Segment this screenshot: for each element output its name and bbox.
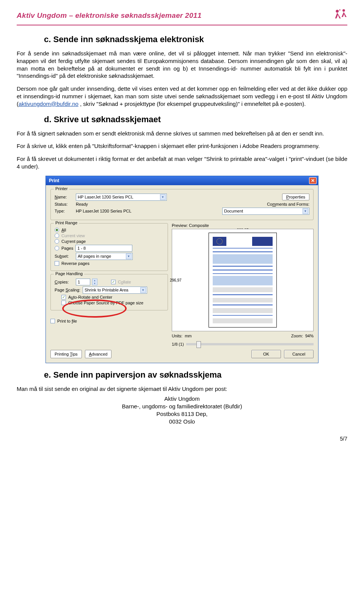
units-label: Units:: [172, 334, 182, 338]
section-e-p1: Man må til sist sende en original av det…: [17, 385, 347, 393]
comments-label: Comments and Forms:: [267, 202, 309, 206]
subset-combo[interactable]: All pages in range ▾: [76, 253, 133, 260]
check-autorotate[interactable]: [61, 295, 66, 299]
type-label: Type:: [55, 209, 74, 213]
check-print-to-file[interactable]: [50, 319, 55, 323]
eu-flag-icon: [213, 237, 226, 246]
preview-panel: 296,97: [172, 229, 314, 331]
page-slider[interactable]: [186, 343, 314, 345]
chevron-down-icon: ▾: [160, 194, 166, 200]
svg-point-0: [336, 10, 339, 13]
addr-line-4: 0032 Oslo: [17, 418, 347, 425]
page-indicator: 1/8 (1): [172, 342, 184, 346]
scaling-label: Page Scaling:: [55, 288, 80, 292]
handling-group-label: Page Handling: [54, 271, 84, 276]
printer-group-label: Printer: [54, 186, 69, 191]
radio-current-view: [55, 233, 59, 238]
radio-current-page[interactable]: [55, 239, 59, 244]
units-value: mm: [185, 334, 191, 338]
print-dialog: Print ✕ Printer Name: HP LaserJet 1200 S…: [46, 176, 318, 363]
printer-group: Printer Name: HP LaserJet 1200 Series PC…: [50, 189, 314, 220]
annotation-ring: [62, 299, 127, 318]
section-c-heading: c. Sende inn søknadsskjema elektronisk: [44, 35, 347, 44]
check-reverse[interactable]: [55, 261, 59, 266]
ok-button[interactable]: OK: [251, 350, 281, 358]
addr-line-2: Barne-, ungdoms- og familiedirektoratet …: [17, 403, 347, 410]
dim-height: 296,97: [170, 278, 182, 282]
email-link[interactable]: aktivungdom@bufdir.no: [19, 101, 78, 107]
copies-label: Copies:: [55, 280, 74, 284]
check-collate: [111, 280, 116, 284]
page-number: 5/7: [17, 436, 347, 442]
print-to-file-label: Print to file: [57, 319, 77, 323]
copies-spinner[interactable]: ▴▾: [92, 279, 97, 285]
opt-all: All: [61, 228, 66, 232]
autorotate-label: Auto-Rotate and Center: [68, 295, 112, 299]
addr-line-3: Postboks 8113 Dep,: [17, 410, 347, 418]
dialog-title: Print: [49, 178, 59, 183]
section-c-p2: Dersom noe går galt under innsending, de…: [17, 85, 347, 107]
advanced-button[interactable]: Advanced: [85, 350, 112, 358]
opt-current-view: Current view: [61, 233, 85, 238]
chevron-down-icon: ▾: [126, 254, 132, 259]
reverse-label: Reverse pages: [61, 261, 89, 266]
cancel-button[interactable]: Cancel: [284, 350, 314, 358]
section-d-p3: For å få skrevet ut dokumentet i riktig …: [17, 155, 347, 170]
logo-icon: [333, 8, 347, 23]
properties-button[interactable]: Properties: [282, 194, 309, 200]
printer-name-combo[interactable]: HP LaserJet 1200 Series PCL ▾: [76, 194, 167, 201]
print-range-group: Print Range All Current view Current pag…: [50, 223, 168, 271]
section-c-p2-post: , skriv "Søknad + prosjekttype (for ekse…: [78, 101, 306, 107]
document-preview: [209, 233, 277, 328]
opt-current-page: Current page: [61, 239, 86, 244]
svg-point-1: [342, 9, 345, 12]
name-label: Name:: [55, 195, 74, 199]
scaling-combo[interactable]: Shrink to Printable Area ▾: [83, 287, 147, 294]
type-value: HP LaserJet 1200 Series PCL: [76, 209, 132, 213]
addr-line-1: Aktiv Ungdom: [17, 395, 347, 403]
collate-label: Collate: [118, 280, 131, 284]
section-d-heading: d. Skrive ut søknadsskjemaet: [44, 115, 347, 124]
copies-input[interactable]: [76, 279, 90, 285]
pages-input[interactable]: [75, 245, 132, 252]
scaling-value: Shrink to Printable Area: [85, 288, 129, 292]
printer-name-value: HP LaserJet 1200 Series PCL: [78, 195, 133, 199]
page-header: Aktiv Ungdom – elektroniske søknadsskjem…: [17, 8, 347, 25]
chevron-down-icon: ▾: [303, 208, 308, 214]
section-d-p1: For å få signert søknaden som er sendt e…: [17, 130, 347, 137]
zoom-value: 94%: [305, 334, 314, 338]
comments-value: Document: [224, 209, 243, 213]
chevron-down-icon: ▾: [140, 287, 146, 293]
range-group-label: Print Range: [54, 220, 79, 225]
comments-combo[interactable]: Document ▾: [222, 208, 309, 215]
close-icon[interactable]: ✕: [309, 177, 317, 184]
section-c-p1: For å sende inn søknadsskjemaet må man v…: [17, 50, 347, 80]
subset-label: Subset:: [55, 254, 74, 258]
dialog-titlebar: Print ✕: [46, 176, 318, 185]
header-title: Aktiv Ungdom – elektroniske søknadsskjem…: [17, 11, 202, 20]
printing-tips-button[interactable]: Printing Tips: [50, 350, 82, 358]
opt-pages: Pages: [61, 246, 73, 250]
preview-label: Preview: Composite: [172, 223, 314, 228]
subset-value: All pages in range: [78, 254, 111, 258]
section-d-p2: For å skrive ut, klikk enten på "Utskrif…: [17, 142, 347, 150]
status-label: Status:: [55, 202, 74, 206]
radio-all[interactable]: [55, 228, 59, 232]
radio-pages[interactable]: [55, 246, 59, 250]
zoom-label: Zoom:: [291, 334, 303, 338]
status-value: Ready: [76, 202, 88, 206]
address-block: Aktiv Ungdom Barne-, ungdoms- og familie…: [17, 395, 347, 426]
form-header-box: [252, 237, 273, 246]
page-handling-group: Page Handling Copies: ▴▾ Collate Page Sc…: [50, 274, 168, 310]
section-e-heading: e. Sende inn papirversjon av søknadsskje…: [44, 370, 347, 380]
